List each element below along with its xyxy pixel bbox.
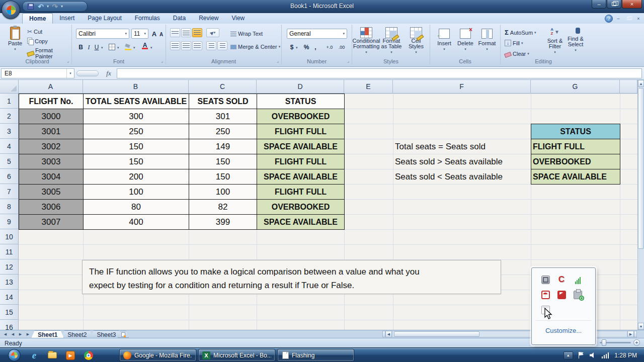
customize-link[interactable]: Customize... bbox=[532, 327, 595, 334]
scroll-down-button[interactable]: ▼ bbox=[638, 323, 644, 330]
font-color-button[interactable]: A bbox=[141, 42, 148, 50]
cut-button[interactable]: ✂ Cut bbox=[27, 28, 42, 35]
cell-A1[interactable]: FLIGHT No. bbox=[19, 94, 84, 109]
cell-C4[interactable]: 149 bbox=[189, 139, 257, 154]
cell-D3[interactable]: FLIGHT FULL bbox=[257, 124, 345, 139]
copy-button[interactable]: Copy bbox=[27, 38, 48, 44]
fill-color-dropdown[interactable]: ▾ bbox=[133, 46, 135, 50]
row-header-5[interactable]: 5 bbox=[0, 154, 19, 169]
font-dialog-launcher[interactable]: ⌟ bbox=[159, 59, 165, 64]
increase-decimal-button[interactable]: +.0 bbox=[324, 43, 335, 52]
alignment-dialog-launcher[interactable]: ⌟ bbox=[275, 59, 280, 64]
underline-dropdown[interactable]: ▾ bbox=[101, 46, 103, 50]
find-select-button[interactable]: Find & Select ▾ bbox=[565, 28, 586, 53]
tab-formulas[interactable]: Formulas bbox=[128, 13, 167, 24]
cell-C1[interactable]: SEATS SOLD bbox=[189, 94, 257, 109]
cell-G3[interactable]: STATUS bbox=[531, 124, 620, 139]
underline-button[interactable]: U bbox=[93, 43, 100, 52]
cell-D6[interactable]: SPACE AVAILABLE bbox=[257, 169, 345, 185]
scroll-right-button[interactable]: ▶ bbox=[627, 331, 634, 337]
cell-B1[interactable]: TOTAL SEATS AVAILABLE bbox=[83, 94, 189, 109]
format-painter-button[interactable]: Format Painter bbox=[27, 47, 71, 59]
show-hidden-icons-button[interactable]: ▲ bbox=[564, 351, 573, 359]
minimize-button[interactable]: – bbox=[592, 0, 606, 9]
restore-button[interactable] bbox=[607, 0, 621, 9]
cell-G5[interactable]: OVERBOOKED bbox=[531, 154, 620, 169]
conditional-formatting-button[interactable]: Conditional Formatting ▾ bbox=[354, 27, 378, 55]
sheet-tab-sheet1[interactable]: Sheet1 bbox=[31, 330, 64, 338]
cell-D1[interactable]: STATUS bbox=[257, 94, 345, 109]
tab-data[interactable]: Data bbox=[167, 13, 192, 24]
row-header-10[interactable]: 10 bbox=[0, 229, 19, 244]
cell-A3[interactable]: 3001 bbox=[19, 124, 84, 139]
orientation-button[interactable]: ▶▾ bbox=[206, 28, 219, 37]
row-header-7[interactable]: 7 bbox=[0, 184, 19, 199]
horizontal-scroll-thumb[interactable] bbox=[394, 331, 479, 337]
row-header-6[interactable]: 6 bbox=[0, 169, 19, 184]
chrome-icon[interactable] bbox=[84, 350, 94, 360]
decrease-indent-button[interactable] bbox=[206, 41, 216, 50]
borders-dropdown[interactable]: ▾ bbox=[117, 46, 119, 50]
scroll-up-button[interactable]: ▲ bbox=[638, 80, 644, 87]
format-as-table-button[interactable]: Format as Table ▾ bbox=[379, 27, 404, 55]
cell-F5[interactable]: Seats sold > Seats available bbox=[393, 154, 531, 169]
row-header-12[interactable]: 12 bbox=[0, 259, 19, 275]
column-header-partial[interactable] bbox=[620, 80, 637, 94]
clipboard-dialog-launcher[interactable]: ⌟ bbox=[65, 59, 70, 64]
close-button[interactable]: × bbox=[622, 0, 642, 9]
action-center-flag-icon[interactable] bbox=[579, 352, 584, 358]
cell-D8[interactable]: OVERBOOKED bbox=[257, 199, 345, 215]
number-format-select[interactable]: General▾ bbox=[287, 29, 347, 39]
cell-B2[interactable]: 300 bbox=[83, 109, 189, 124]
cell-A6[interactable]: 3004 bbox=[19, 169, 84, 185]
comma-style-button[interactable]: , bbox=[312, 43, 319, 52]
network-icon[interactable] bbox=[602, 352, 609, 358]
if-function-textbox[interactable]: The IF function allows you to make a log… bbox=[82, 260, 501, 294]
align-center-button[interactable] bbox=[181, 41, 191, 50]
vertical-scroll-thumb[interactable] bbox=[638, 88, 644, 249]
cell-F4[interactable]: Total seats = Seats sold bbox=[393, 139, 531, 154]
taskbar-button-firefox[interactable]: Google - Mozilla Fire... bbox=[119, 349, 196, 361]
row-header-11[interactable]: 11 bbox=[0, 244, 19, 259]
taskbar-button-flashing[interactable]: Flashing bbox=[277, 349, 354, 361]
scroll-left-button[interactable]: ◀ bbox=[385, 331, 392, 337]
zoom-in-button[interactable]: + bbox=[633, 339, 640, 346]
horizontal-scrollbar[interactable]: ◀ ▶ bbox=[382, 331, 637, 337]
increase-indent-button[interactable] bbox=[217, 41, 227, 50]
percent-style-button[interactable]: % bbox=[302, 43, 311, 52]
autosum-button[interactable]: Σ AutoSum ▾ bbox=[505, 29, 536, 36]
fill-button[interactable]: ↓ Fill ▾ bbox=[505, 40, 523, 46]
cell-B5[interactable]: 150 bbox=[83, 154, 189, 169]
formula-input[interactable] bbox=[117, 68, 642, 78]
insert-function-button[interactable]: fx bbox=[102, 69, 115, 78]
tab-insert[interactable]: Insert bbox=[53, 13, 81, 24]
top-align-button[interactable] bbox=[170, 28, 180, 37]
row-header-16[interactable]: 16 bbox=[0, 320, 19, 330]
last-sheet-button[interactable]: ▶ bbox=[25, 331, 31, 337]
cell-B9[interactable]: 400 bbox=[83, 214, 189, 230]
italic-button[interactable]: I bbox=[86, 43, 92, 52]
column-header-f[interactable]: F bbox=[393, 80, 531, 94]
cell-G4[interactable]: FLIGHT FULL bbox=[531, 139, 620, 154]
tab-view[interactable]: View bbox=[225, 13, 251, 24]
cell-C2[interactable]: 301 bbox=[189, 109, 257, 124]
cell-D5[interactable]: FLIGHT FULL bbox=[257, 154, 345, 169]
shrink-font-button[interactable]: A bbox=[158, 30, 165, 39]
avira-icon[interactable]: ☂ bbox=[541, 291, 550, 299]
zoom-slider-handle[interactable] bbox=[602, 339, 606, 346]
row-header-3[interactable]: 3 bbox=[0, 124, 19, 139]
row-header-13[interactable]: 13 bbox=[0, 275, 19, 290]
tab-review[interactable]: Review bbox=[192, 13, 225, 24]
font-family-select[interactable]: Calibri▾ bbox=[76, 29, 129, 39]
bold-button[interactable]: B bbox=[77, 43, 85, 52]
cell-C3[interactable]: 250 bbox=[189, 124, 257, 139]
cell-A8[interactable]: 3006 bbox=[19, 199, 84, 215]
cell-A4[interactable]: 3002 bbox=[19, 139, 84, 154]
wrap-text-button[interactable]: Wrap Text bbox=[230, 31, 263, 37]
internet-explorer-icon[interactable]: e bbox=[29, 350, 39, 360]
cell-B6[interactable]: 200 bbox=[83, 169, 189, 185]
align-left-button[interactable] bbox=[170, 41, 180, 50]
select-all-corner[interactable] bbox=[0, 80, 19, 94]
workbook-minimize-button[interactable]: – bbox=[614, 15, 623, 22]
cell-C5[interactable]: 150 bbox=[189, 154, 257, 169]
